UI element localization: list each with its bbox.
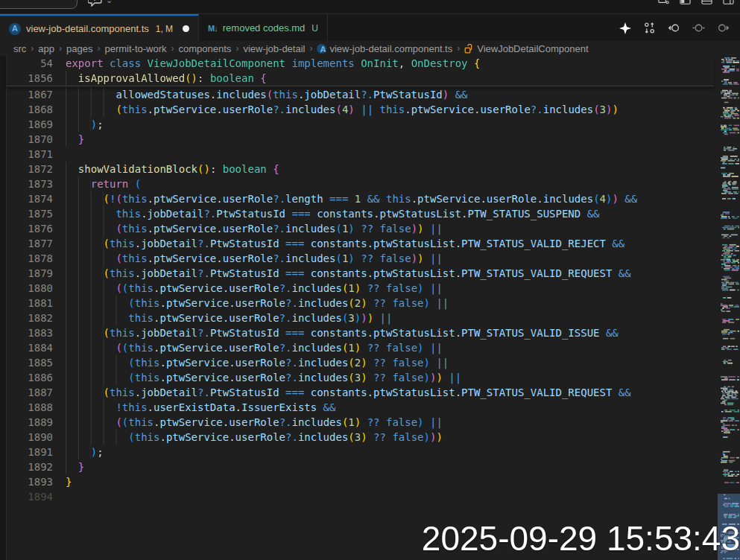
code-line[interactable]: 1873return ( — [7, 176, 714, 191]
indent-guides — [66, 251, 116, 266]
hover-widget — [0, 0, 78, 9]
indent-guides — [66, 370, 128, 385]
current-change-icon[interactable] — [692, 22, 705, 34]
code-line[interactable]: 1886(this.ptwService.userRole?.includes(… — [7, 370, 714, 385]
code-line[interactable]: 1893} — [7, 474, 714, 489]
line-number: 54 — [7, 56, 53, 71]
code-line[interactable]: 1867allowedStatuses.includes(this.jobDet… — [7, 87, 714, 102]
line-number: 1893 — [7, 474, 53, 489]
dirty-indicator-dot[interactable] — [183, 25, 189, 32]
indent-guides — [66, 176, 91, 191]
indent-guides — [66, 400, 116, 415]
editor-left-strip — [0, 56, 7, 560]
add-comment-icon[interactable] — [88, 0, 103, 7]
breadcrumb-item[interactable]: pages — [66, 43, 92, 54]
tab-removed-codes[interactable]: M↓ removed codes.md U — [199, 14, 328, 42]
indent-guides — [66, 311, 128, 325]
code-line[interactable]: 1892} — [7, 459, 714, 474]
code-line[interactable]: 1871 — [7, 147, 714, 162]
code-line[interactable]: 1881(this.ptwService.userRole?.includes(… — [7, 296, 714, 311]
breadcrumb-item-label: view-job-detail — [243, 43, 305, 54]
toggle-sidebar-right-icon[interactable] — [723, 0, 734, 6]
code-line[interactable]: 1891); — [7, 445, 714, 459]
code-line[interactable]: 1889((this.ptwService.userRole?.includes… — [7, 415, 714, 430]
line-number: 1889 — [7, 415, 53, 430]
vscode-window: ⌄ view-job-detail.component.ts 1, M M↓ r… — [0, 0, 740, 560]
angular-component-icon — [9, 23, 21, 35]
line-number: 1891 — [7, 445, 53, 459]
breadcrumb-item[interactable]: view-job-detail.component.ts — [317, 43, 452, 54]
indent-guides — [66, 415, 116, 430]
minimap[interactable] — [718, 56, 740, 560]
code-line[interactable]: 1894 — [7, 489, 714, 504]
tab-view-job-detail[interactable]: view-job-detail.component.ts 1, M — [0, 14, 199, 42]
indent-guides — [66, 296, 128, 311]
breadcrumb-item[interactable]: view-job-detail — [243, 43, 305, 54]
line-number: 1873 — [7, 176, 53, 191]
code-line[interactable]: 1880((this.ptwService.userRole?.includes… — [7, 281, 714, 296]
code-text: (this.ptwService.userRole?.includes(2) ?… — [66, 355, 449, 370]
editor-actions — [619, 14, 740, 42]
code-text: ); — [66, 445, 104, 459]
line-number: 1886 — [7, 370, 53, 385]
code-line[interactable]: 1877(this.jobDetail?.PtwStatusId === con… — [7, 236, 714, 251]
compare-changes-icon[interactable] — [643, 22, 656, 34]
code-line[interactable]: 1888!this.userExistData.IssuerExists && — [7, 400, 714, 415]
tab-bar: view-job-detail.component.ts 1, M M↓ rem… — [0, 13, 740, 42]
code-line[interactable]: 1883(this.jobDetail?.PtwStatusId === con… — [7, 325, 714, 340]
line-number: 1871 — [7, 147, 53, 162]
line-number: 1876 — [7, 221, 53, 236]
indent-guides — [66, 459, 78, 474]
code-line[interactable]: 1876(this.ptwService.userRole?.includes(… — [7, 221, 714, 236]
code-editor[interactable]: 54export class ViewJobDetailComponent im… — [0, 56, 740, 560]
indent-guides — [66, 325, 104, 340]
breadcrumb-item[interactable]: src — [13, 43, 26, 54]
markdown-icon: M↓ — [208, 24, 218, 33]
indent-guides — [66, 355, 128, 370]
line-number: 1883 — [7, 325, 53, 340]
code-text: isApprovalAllowed(): boolean { — [66, 71, 267, 86]
line-number: 1879 — [7, 266, 53, 281]
code-line[interactable]: 1868(this.ptwService.userRole?.includes(… — [7, 102, 714, 117]
code-text: ((this.ptwService.userRole?.includes(1) … — [66, 340, 443, 355]
code-text: } — [66, 459, 84, 474]
breadcrumb-item[interactable]: app — [38, 43, 54, 54]
code-line[interactable]: 54export class ViewJobDetailComponent im… — [7, 56, 714, 71]
indent-guides — [66, 71, 78, 86]
breadcrumb-item[interactable]: components — [179, 43, 232, 54]
code-text: export class ViewJobDetailComponent impl… — [66, 56, 480, 71]
code-text: (this.ptwService.userRole?.includes(2) ?… — [66, 296, 449, 311]
code-line[interactable]: 1875this.jobDetail?.PtwStatusId === cons… — [7, 206, 714, 221]
copilot-sparkle-icon[interactable] — [619, 22, 631, 34]
code-line[interactable]: 1874(!(this.ptwService.userRole?.length … — [7, 191, 714, 206]
code-line[interactable]: 1872showValidationBlock(): boolean { — [7, 162, 714, 176]
code-line[interactable]: 1878(this.ptwService.userRole?.includes(… — [7, 251, 714, 266]
top-strip: ⌄ — [0, 0, 740, 13]
toggle-sidebar-left-icon[interactable] — [680, 0, 691, 6]
code-line[interactable]: 1887(this.jobDetail?.PtwStatusId === con… — [7, 385, 714, 400]
customize-layout-icon[interactable] — [658, 0, 669, 6]
breadcrumb-item-label: components — [179, 43, 232, 54]
indent-guides — [66, 266, 104, 281]
code-line[interactable]: 1870} — [7, 132, 714, 147]
indent-guides — [66, 236, 104, 251]
code-line[interactable]: 1879(this.jobDetail?.PtwStatusId === con… — [7, 266, 714, 281]
code-line[interactable]: 1856isApprovalAllowed(): boolean { — [7, 71, 714, 86]
code-line[interactable]: 1869); — [7, 117, 714, 132]
breadcrumb-item[interactable]: ViewJobDetailComponent — [464, 43, 588, 54]
indent-guides — [66, 340, 116, 355]
indent-guides — [66, 221, 116, 236]
code-line[interactable]: 1890(this.ptwService.userRole?.includes(… — [7, 430, 714, 445]
next-change-icon[interactable] — [717, 22, 730, 34]
code-lines[interactable]: 1867allowedStatuses.includes(this.jobDet… — [7, 87, 714, 504]
breadcrumb-item-label: pages — [66, 43, 92, 54]
code-line[interactable]: 1882this.ptwService.userRole?.includes(3… — [7, 311, 714, 325]
chevron-down-icon[interactable]: ⌄ — [106, 0, 113, 3]
code-text: this.ptwService.userRole?.includes(3))) … — [66, 311, 392, 325]
sticky-scroll[interactable]: 54export class ViewJobDetailComponent im… — [7, 56, 714, 86]
previous-change-icon[interactable] — [668, 22, 680, 34]
breadcrumb-item[interactable]: permit-to-work — [104, 43, 166, 54]
code-line[interactable]: 1885(this.ptwService.userRole?.includes(… — [7, 355, 714, 370]
code-line[interactable]: 1884((this.ptwService.userRole?.includes… — [7, 340, 714, 355]
toggle-panel-icon[interactable] — [701, 0, 712, 6]
